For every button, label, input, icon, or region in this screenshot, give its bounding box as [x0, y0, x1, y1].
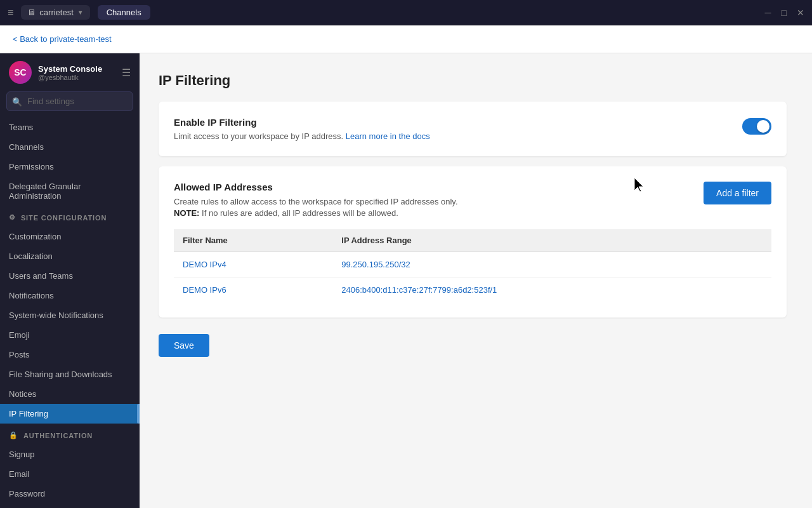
sidebar-item-posts-label: Posts — [9, 350, 30, 359]
window-controls: ─ □ ✕ — [765, 8, 804, 18]
sidebar-section-authentication: 🔒 AUTHENTICATION — [0, 424, 140, 444]
sidebar-item-file-sharing[interactable]: File Sharing and Downloads — [0, 364, 140, 384]
avatar: SC — [9, 61, 32, 84]
sidebar-item-users-teams-label: Users and Teams — [9, 271, 73, 281]
allowed-ip-addresses-card: Allowed IP Addresses Create rules to all… — [159, 166, 787, 318]
allowed-ip-description: Create rules to allow access to the work… — [174, 196, 458, 219]
sidebar-item-permissions-label: Permissions — [9, 162, 54, 171]
sidebar-item-password-label: Password — [9, 489, 45, 498]
maximize-button[interactable]: □ — [782, 8, 787, 18]
site-config-icon: ⚙ — [9, 213, 16, 222]
backbar: < Back to private-team-test — [0, 25, 812, 53]
minimize-button[interactable]: ─ — [765, 8, 771, 18]
table-row: DEMO IPv499.250.195.250/32 — [174, 252, 771, 277]
sidebar-user: SC System Console @yesbhautik ☰ — [0, 53, 140, 91]
filter-table: Filter Name IP Address Range DEMO IPv499… — [174, 229, 771, 302]
sidebar-item-notifications[interactable]: Notifications — [0, 286, 140, 305]
filter-name-cell[interactable]: DEMO IPv6 — [174, 277, 332, 303]
workspace-name: carrietest — [39, 8, 73, 17]
sidebar-item-customization[interactable]: Customization — [0, 227, 140, 246]
close-button[interactable]: ✕ — [797, 8, 804, 18]
sidebar-item-localization[interactable]: Localization — [0, 246, 140, 266]
sidebar-item-notices-label: Notices — [9, 389, 36, 399]
sidebar-item-email-label: Email — [9, 469, 30, 479]
sidebar-item-delegated-label: Delegated Granular Administration — [9, 182, 131, 201]
sidebar-item-teams-label: Teams — [9, 123, 33, 132]
table-row: DEMO IPv62406:b400:d11:c37e:27f:7799:a6d… — [174, 277, 771, 303]
note-label: NOTE: — [174, 208, 199, 218]
save-button[interactable]: Save — [159, 334, 209, 357]
user-handle: @yesbhautik — [38, 74, 115, 81]
enable-ip-filtering-card: Enable IP Filtering Limit access to your… — [159, 102, 787, 156]
sidebar-item-posts[interactable]: Posts — [0, 345, 140, 364]
filter-name-cell[interactable]: DEMO IPv4 — [174, 252, 332, 277]
back-link[interactable]: < Back to private-team-test — [13, 34, 112, 44]
sidebar-item-system-wide-notifications[interactable]: System-wide Notifications — [0, 305, 140, 325]
sidebar-item-channels[interactable]: Channels — [0, 137, 140, 157]
channels-tab[interactable]: Channels — [98, 5, 150, 20]
page-title: IP Filtering — [159, 72, 787, 89]
sidebar-item-teams[interactable]: Teams — [0, 117, 140, 137]
auth-icon: 🔒 — [9, 431, 18, 439]
sidebar-item-emoji[interactable]: Emoji — [0, 325, 140, 345]
enable-ip-filtering-toggle[interactable] — [742, 118, 771, 135]
allowed-header: Allowed IP Addresses Create rules to all… — [174, 182, 771, 219]
titlebar: ≡ 🖥 carrietest ▼ Channels ─ □ ✕ — [0, 0, 812, 25]
workspace-icon: 🖥 — [27, 8, 36, 17]
sidebar-item-emoji-label: Emoji — [9, 330, 30, 340]
sidebar-item-ip-filtering[interactable]: IP Filtering — [0, 404, 140, 424]
ip-range-cell: 2406:b400:d11:c37e:27f:7799:a6d2:523f/1 — [332, 277, 771, 303]
search-input[interactable] — [6, 91, 133, 111]
col-filter-name: Filter Name — [174, 229, 332, 252]
allowed-ip-title: Allowed IP Addresses — [174, 182, 458, 192]
sidebar-item-customization-label: Customization — [9, 232, 61, 241]
sidebar-item-file-sharing-label: File Sharing and Downloads — [9, 370, 112, 379]
add-filter-button[interactable]: Add a filter — [704, 182, 771, 204]
toggle-row: Enable IP Filtering Limit access to your… — [174, 117, 771, 141]
footer-actions: Save — [159, 328, 787, 357]
sidebar-item-notices[interactable]: Notices — [0, 384, 140, 404]
workspace-switcher[interactable]: 🖥 carrietest ▼ — [21, 5, 89, 20]
main-layout: SC System Console @yesbhautik ☰ 🔍 Teams … — [0, 53, 812, 508]
enable-ip-filtering-label: Enable IP Filtering — [174, 117, 730, 128]
hamburger-icon[interactable]: ☰ — [122, 67, 131, 79]
learn-more-link[interactable]: Learn more in the docs — [346, 131, 430, 141]
user-name: System Console — [38, 64, 115, 74]
sidebar-item-system-wide-label: System-wide Notifications — [9, 311, 103, 320]
sidebar-item-notifications-label: Notifications — [9, 291, 54, 300]
sidebar-item-delegated[interactable]: Delegated Granular Administration — [0, 177, 140, 206]
sidebar-item-users-teams[interactable]: Users and Teams — [0, 266, 140, 286]
sidebar: SC System Console @yesbhautik ☰ 🔍 Teams … — [0, 53, 140, 508]
menu-icon[interactable]: ≡ — [8, 7, 13, 18]
ip-range-cell: 99.250.195.250/32 — [332, 252, 771, 277]
sidebar-item-localization-label: Localization — [9, 251, 53, 261]
sidebar-item-signup-label: Signup — [9, 450, 34, 459]
content-area: IP Filtering Enable IP Filtering Limit a… — [140, 53, 812, 508]
sidebar-item-signup[interactable]: Signup — [0, 444, 140, 464]
workspace-chevron: ▼ — [77, 9, 84, 16]
col-ip-range: IP Address Range — [332, 229, 771, 252]
search-box: 🔍 — [6, 91, 133, 111]
search-icon: 🔍 — [12, 97, 22, 106]
sidebar-item-email[interactable]: Email — [0, 464, 140, 484]
sidebar-item-permissions[interactable]: Permissions — [0, 157, 140, 177]
sidebar-item-password[interactable]: Password — [0, 484, 140, 504]
sidebar-section-site-config: ⚙ SITE CONFIGURATION — [0, 206, 140, 227]
enable-ip-filtering-description: Limit access to your workspace by IP add… — [174, 131, 730, 141]
sidebar-item-ip-filtering-label: IP Filtering — [9, 409, 48, 418]
sidebar-item-channels-label: Channels — [9, 142, 44, 152]
